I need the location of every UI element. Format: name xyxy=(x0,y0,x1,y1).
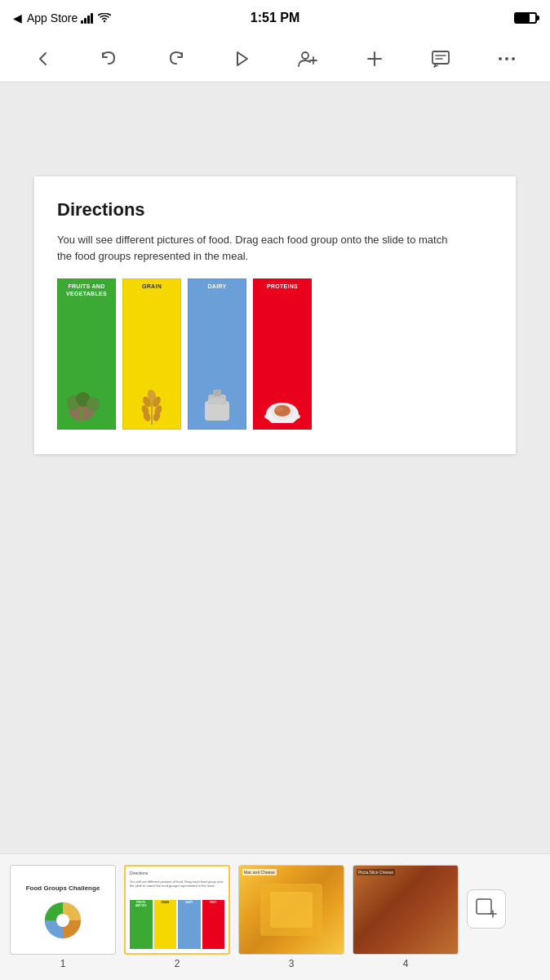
slide[interactable]: Directions You will see different pictur… xyxy=(34,176,516,454)
food-col-label-proteins: PROTEINS xyxy=(254,279,311,293)
back-button[interactable] xyxy=(27,42,60,75)
carrier-label: App Store xyxy=(27,11,78,24)
food-columns: FRUITS ANDVEGETABLES GRAIN xyxy=(57,278,493,430)
svg-point-8 xyxy=(86,398,100,411)
toolbar xyxy=(0,35,550,82)
food-col-label-fruits: FRUITS ANDVEGETABLES xyxy=(58,279,115,301)
thumb-frame-4: Pizza Slice Cheese xyxy=(353,865,459,955)
add-slide-button[interactable] xyxy=(467,889,506,929)
food-col-label-dairy: DAIRY xyxy=(189,279,246,293)
thumb-frame-2: Directions You will see different pictur… xyxy=(124,865,230,955)
slide-body-text: You will see different pictures of food.… xyxy=(57,232,449,264)
undo-button[interactable] xyxy=(93,42,126,75)
add-person-button[interactable] xyxy=(292,42,325,75)
wifi-icon xyxy=(98,13,111,23)
food-col-fruits[interactable]: FRUITS ANDVEGETABLES xyxy=(57,278,116,430)
thumbnail-strip: Food Groups Challenge 1 Directions You w… xyxy=(0,853,550,980)
thumb4-caption: Pizza Slice Cheese xyxy=(357,869,395,875)
svg-rect-9 xyxy=(80,409,83,419)
svg-rect-20 xyxy=(213,390,221,396)
signal-bars-icon xyxy=(81,12,93,24)
thumb-frame-1: Food Groups Challenge xyxy=(10,865,116,955)
thumb2-inner: Directions You will see different pictur… xyxy=(126,866,228,953)
thumb3-caption: Mac and Cheese xyxy=(242,869,277,875)
comment-button[interactable] xyxy=(424,42,457,75)
battery-icon xyxy=(514,12,537,24)
slide-title: Directions xyxy=(57,199,493,220)
thumb-number-1: 1 xyxy=(60,958,66,969)
food-col-img-fruits xyxy=(62,385,111,425)
thumb1-title: Food Groups Challenge xyxy=(23,880,104,893)
svg-point-21 xyxy=(208,398,226,404)
status-right xyxy=(514,12,537,24)
status-left: ◀ App Store xyxy=(13,11,111,24)
svg-rect-29 xyxy=(477,899,491,914)
svg-point-3 xyxy=(505,57,508,60)
thumbnail-1[interactable]: Food Groups Challenge 1 xyxy=(10,865,116,969)
thumbnail-2[interactable]: Directions You will see different pictur… xyxy=(124,865,230,969)
more-button[interactable] xyxy=(490,42,523,75)
food-col-img-grain xyxy=(127,385,176,425)
thumb2-text: Directions xyxy=(130,871,224,876)
status-time: 1:51 PM xyxy=(251,11,299,25)
thumb-number-3: 3 xyxy=(289,958,295,969)
play-button[interactable] xyxy=(225,42,258,75)
thumbnail-3[interactable]: Mac and Cheese 3 xyxy=(238,865,344,969)
svg-point-4 xyxy=(512,57,515,60)
svg-point-26 xyxy=(275,407,283,412)
lower-canvas xyxy=(0,548,550,853)
food-col-label-grain: GRAIN xyxy=(123,279,180,293)
svg-point-0 xyxy=(302,52,308,59)
food-col-grain[interactable]: GRAIN xyxy=(122,278,181,430)
thumb-number-4: 4 xyxy=(403,958,409,969)
redo-button[interactable] xyxy=(159,42,192,75)
status-bar: ◀ App Store 1:51 PM xyxy=(0,0,550,35)
svg-point-28 xyxy=(56,914,69,927)
thumbnail-4[interactable]: Pizza Slice Cheese 4 xyxy=(353,865,459,969)
food-col-img-dairy xyxy=(193,385,242,425)
svg-rect-1 xyxy=(432,51,449,64)
food-col-proteins[interactable]: PROTEINS xyxy=(253,278,312,430)
back-arrow-icon: ◀ xyxy=(13,11,22,24)
thumb-frame-3: Mac and Cheese xyxy=(238,865,344,955)
food-col-dairy[interactable]: DAIRY xyxy=(188,278,246,430)
thumb-number-2: 2 xyxy=(175,958,180,969)
svg-point-2 xyxy=(499,57,502,60)
add-button[interactable] xyxy=(358,42,391,75)
thumb2-cols: FRUITSAND VEG GRAIN DAIRY PROT. xyxy=(130,890,224,949)
canvas-area: Directions You will see different pictur… xyxy=(0,82,550,548)
food-col-img-proteins xyxy=(258,385,307,425)
